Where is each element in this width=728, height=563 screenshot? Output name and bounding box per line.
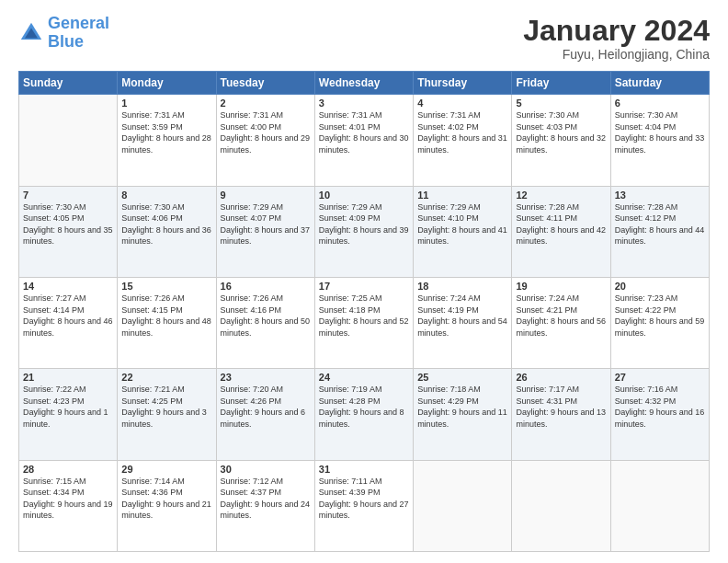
day-info: Sunrise: 7:21 AMSunset: 4:25 PMDaylight:… [121,384,211,430]
col-friday: Friday [512,72,610,95]
day-number: 26 [516,372,606,383]
day-number: 16 [221,281,311,292]
day-info: Sunrise: 7:11 AMSunset: 4:39 PMDaylight:… [319,476,409,522]
calendar-header-row: Sunday Monday Tuesday Wednesday Thursday… [19,72,710,95]
table-row: 6Sunrise: 7:30 AMSunset: 4:04 PMDaylight… [610,95,709,186]
day-info: Sunrise: 7:16 AMSunset: 4:32 PMDaylight:… [615,384,705,430]
logo-text: General Blue [48,15,109,52]
day-number: 29 [121,464,211,475]
day-number: 1 [121,98,211,109]
day-info: Sunrise: 7:15 AMSunset: 4:34 PMDaylight:… [23,476,113,522]
day-info: Sunrise: 7:31 AMSunset: 3:59 PMDaylight:… [121,109,211,155]
day-number: 27 [615,372,705,383]
day-info: Sunrise: 7:31 AMSunset: 4:00 PMDaylight:… [221,109,311,155]
table-row: 28Sunrise: 7:15 AMSunset: 4:34 PMDayligh… [19,460,118,551]
table-row [19,95,118,186]
day-number: 15 [121,281,211,292]
day-number: 12 [516,190,606,201]
day-info: Sunrise: 7:28 AMSunset: 4:11 PMDaylight:… [516,201,606,247]
table-row [610,460,709,551]
calendar-week-row: 14Sunrise: 7:27 AMSunset: 4:14 PMDayligh… [19,277,710,368]
table-row: 23Sunrise: 7:20 AMSunset: 4:26 PMDayligh… [216,369,314,460]
table-row: 1Sunrise: 7:31 AMSunset: 3:59 PMDaylight… [118,95,216,186]
logo: General Blue [18,15,109,52]
day-info: Sunrise: 7:14 AMSunset: 4:36 PMDaylight:… [121,476,211,522]
table-row: 15Sunrise: 7:26 AMSunset: 4:15 PMDayligh… [118,277,216,368]
table-row [414,460,512,551]
day-info: Sunrise: 7:20 AMSunset: 4:26 PMDaylight:… [221,384,311,430]
day-info: Sunrise: 7:30 AMSunset: 4:03 PMDaylight:… [516,109,606,155]
day-number: 20 [615,281,705,292]
table-row: 7Sunrise: 7:30 AMSunset: 4:05 PMDaylight… [19,186,118,277]
day-info: Sunrise: 7:25 AMSunset: 4:18 PMDaylight:… [319,293,409,339]
day-info: Sunrise: 7:30 AMSunset: 4:04 PMDaylight:… [615,109,705,155]
table-row: 24Sunrise: 7:19 AMSunset: 4:28 PMDayligh… [314,369,413,460]
table-row: 17Sunrise: 7:25 AMSunset: 4:18 PMDayligh… [314,277,413,368]
table-row: 14Sunrise: 7:27 AMSunset: 4:14 PMDayligh… [19,277,118,368]
day-number: 8 [121,190,211,201]
day-number: 28 [23,464,113,475]
table-row: 19Sunrise: 7:24 AMSunset: 4:21 PMDayligh… [512,277,610,368]
title-block: January 2024 Fuyu, Heilongjiang, China [523,15,710,62]
day-number: 3 [319,98,409,109]
day-info: Sunrise: 7:29 AMSunset: 4:07 PMDaylight:… [221,201,311,247]
table-row: 3Sunrise: 7:31 AMSunset: 4:01 PMDaylight… [314,95,413,186]
col-sunday: Sunday [19,72,118,95]
col-tuesday: Tuesday [216,72,314,95]
table-row: 9Sunrise: 7:29 AMSunset: 4:07 PMDaylight… [216,186,314,277]
day-number: 11 [417,190,507,201]
page: General Blue January 2024 Fuyu, Heilongj… [0,0,728,563]
table-row: 25Sunrise: 7:18 AMSunset: 4:29 PMDayligh… [414,369,512,460]
day-info: Sunrise: 7:18 AMSunset: 4:29 PMDaylight:… [417,384,507,430]
logo-general: General [48,14,109,32]
day-info: Sunrise: 7:26 AMSunset: 4:15 PMDaylight:… [121,293,211,339]
table-row: 2Sunrise: 7:31 AMSunset: 4:00 PMDaylight… [216,95,314,186]
day-number: 18 [417,281,507,292]
table-row: 30Sunrise: 7:12 AMSunset: 4:37 PMDayligh… [216,460,314,551]
calendar-week-row: 1Sunrise: 7:31 AMSunset: 3:59 PMDaylight… [19,95,710,186]
day-number: 23 [221,372,311,383]
day-info: Sunrise: 7:24 AMSunset: 4:19 PMDaylight:… [417,293,507,339]
day-info: Sunrise: 7:31 AMSunset: 4:02 PMDaylight:… [417,109,507,155]
col-wednesday: Wednesday [314,72,413,95]
table-row: 22Sunrise: 7:21 AMSunset: 4:25 PMDayligh… [118,369,216,460]
table-row: 20Sunrise: 7:23 AMSunset: 4:22 PMDayligh… [610,277,709,368]
day-info: Sunrise: 7:17 AMSunset: 4:31 PMDaylight:… [516,384,606,430]
table-row: 11Sunrise: 7:29 AMSunset: 4:10 PMDayligh… [414,186,512,277]
location: Fuyu, Heilongjiang, China [523,47,710,62]
logo-blue: Blue [48,32,84,51]
table-row: 27Sunrise: 7:16 AMSunset: 4:32 PMDayligh… [610,369,709,460]
header: General Blue January 2024 Fuyu, Heilongj… [18,15,710,62]
day-info: Sunrise: 7:31 AMSunset: 4:01 PMDaylight:… [319,109,409,155]
day-info: Sunrise: 7:28 AMSunset: 4:12 PMDaylight:… [615,201,705,247]
logo-icon [18,20,44,46]
day-number: 5 [516,98,606,109]
day-number: 14 [23,281,113,292]
day-info: Sunrise: 7:27 AMSunset: 4:14 PMDaylight:… [23,293,113,339]
col-thursday: Thursday [414,72,512,95]
col-monday: Monday [118,72,216,95]
day-number: 7 [23,190,113,201]
calendar-week-row: 7Sunrise: 7:30 AMSunset: 4:05 PMDaylight… [19,186,710,277]
day-number: 21 [23,372,113,383]
day-info: Sunrise: 7:24 AMSunset: 4:21 PMDaylight:… [516,293,606,339]
calendar-table: Sunday Monday Tuesday Wednesday Thursday… [18,71,710,552]
calendar-week-row: 21Sunrise: 7:22 AMSunset: 4:23 PMDayligh… [19,369,710,460]
day-number: 22 [121,372,211,383]
col-saturday: Saturday [610,72,709,95]
day-number: 9 [221,190,311,201]
table-row: 21Sunrise: 7:22 AMSunset: 4:23 PMDayligh… [19,369,118,460]
day-number: 30 [221,464,311,475]
day-number: 25 [417,372,507,383]
day-info: Sunrise: 7:30 AMSunset: 4:05 PMDaylight:… [23,201,113,247]
table-row: 26Sunrise: 7:17 AMSunset: 4:31 PMDayligh… [512,369,610,460]
calendar-week-row: 28Sunrise: 7:15 AMSunset: 4:34 PMDayligh… [19,460,710,551]
table-row: 10Sunrise: 7:29 AMSunset: 4:09 PMDayligh… [314,186,413,277]
day-info: Sunrise: 7:26 AMSunset: 4:16 PMDaylight:… [221,293,311,339]
day-info: Sunrise: 7:29 AMSunset: 4:09 PMDaylight:… [319,201,409,247]
table-row: 5Sunrise: 7:30 AMSunset: 4:03 PMDaylight… [512,95,610,186]
table-row: 31Sunrise: 7:11 AMSunset: 4:39 PMDayligh… [314,460,413,551]
day-number: 10 [319,190,409,201]
day-info: Sunrise: 7:29 AMSunset: 4:10 PMDaylight:… [417,201,507,247]
day-number: 31 [319,464,409,475]
